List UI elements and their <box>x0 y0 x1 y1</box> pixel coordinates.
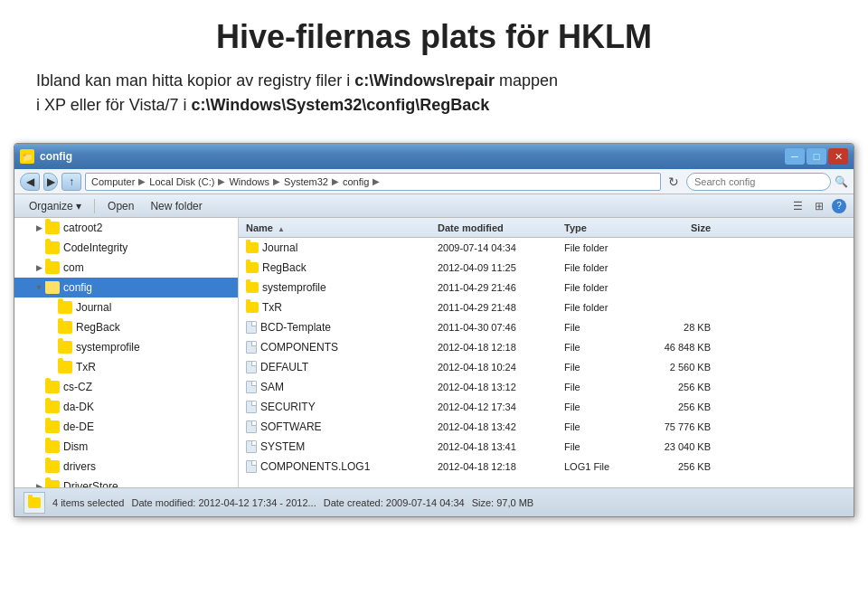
expand-icon[interactable]: ▶ <box>33 480 45 487</box>
forward-button[interactable]: ▶ <box>43 173 58 191</box>
file-date: 2012-04-12 17:34 <box>438 401 564 412</box>
expand-icon <box>45 361 58 373</box>
table-row[interactable]: systemprofile2011-04-29 21:46File folder <box>239 278 854 298</box>
table-row[interactable]: SOFTWARE2012-04-18 13:42File75 776 KB <box>239 417 854 437</box>
file-type: File folder <box>564 262 646 273</box>
tree-item-catroot2[interactable]: ▶catroot2 <box>14 218 238 238</box>
tree-item-dism[interactable]: Dism <box>14 437 238 457</box>
file-date: 2011-04-30 07:46 <box>438 322 564 333</box>
file-icon <box>246 440 257 453</box>
file-name-text: COMPONENTS <box>260 341 338 354</box>
file-date: 2012-04-18 13:42 <box>438 421 564 432</box>
tree-item-journal[interactable]: Journal <box>14 298 238 317</box>
file-size: 23 040 KB <box>646 441 718 452</box>
new-folder-button[interactable]: New folder <box>143 197 209 215</box>
tree-item-label: da-DK <box>63 401 94 413</box>
expand-icon <box>33 460 45 473</box>
expand-icon <box>33 440 45 453</box>
table-row[interactable]: COMPONENTS.LOG12012-04-18 12:18LOG1 File… <box>239 457 854 477</box>
tree-item-cs-cz[interactable]: cs-CZ <box>14 377 238 397</box>
file-icon <box>246 381 257 393</box>
tree-item-codeintegrity[interactable]: CodeIntegrity <box>14 238 238 258</box>
address-path[interactable]: Computer ▶ Local Disk (C:) ▶ Windows ▶ S… <box>85 173 661 191</box>
table-row[interactable]: SECURITY2012-04-12 17:34File256 KB <box>239 397 854 417</box>
up-button[interactable]: ↑ <box>61 173 81 191</box>
col-header-name[interactable]: Name ▲ <box>239 222 438 233</box>
table-row[interactable]: DEFAULT2012-04-18 10:24File2 560 KB <box>239 357 854 377</box>
toolbar-separator-1 <box>94 199 95 213</box>
folder-icon <box>45 380 60 394</box>
close-button[interactable]: ✕ <box>828 148 848 165</box>
tree-item-drivers[interactable]: drivers <box>14 457 238 477</box>
tree-item-txr[interactable]: TxR <box>14 357 238 377</box>
path-config: config <box>343 176 369 187</box>
explorer-window: 📁 config ─ □ ✕ ◀ ▶ ↑ Computer ▶ Local Di… <box>14 143 854 517</box>
folder-icon <box>58 340 72 354</box>
folder-icon <box>58 300 72 315</box>
path-computer: Computer <box>91 176 135 187</box>
table-row[interactable]: Journal2009-07-14 04:34File folder <box>239 238 854 258</box>
table-row[interactable]: SYSTEM2012-04-18 13:41File23 040 KB <box>239 437 854 457</box>
table-row[interactable]: BCD-Template2011-04-30 07:46File28 KB <box>239 317 854 337</box>
status-selected: 4 items selected <box>52 497 124 508</box>
file-name: BCD-Template <box>239 321 438 334</box>
folder-icon <box>45 221 60 235</box>
tree-item-driverstore[interactable]: ▶DriverStore <box>14 477 238 487</box>
file-date: 2011-04-29 21:48 <box>438 302 564 313</box>
folder-icon <box>45 420 60 434</box>
slide-body: Ibland kan man hitta kopior av registry … <box>36 69 832 118</box>
search-input[interactable] <box>686 173 831 191</box>
col-header-type[interactable]: Type <box>564 222 646 233</box>
expand-icon <box>33 381 45 393</box>
organize-button[interactable]: Organize ▾ <box>22 197 89 215</box>
slide-title: Hive-filernas plats för HKLM <box>36 18 832 56</box>
body-text-2: i XP eller för Vista/7 i <box>36 96 191 114</box>
refresh-button[interactable]: ↻ <box>665 173 683 191</box>
file-name: RegBack <box>239 261 438 274</box>
folder-icon <box>45 280 60 295</box>
folder-icon <box>58 360 72 374</box>
maximize-button[interactable]: □ <box>807 148 826 165</box>
expand-icon[interactable]: ▼ <box>33 281 45 294</box>
path-system32: System32 <box>284 176 328 187</box>
help-button[interactable]: ? <box>832 199 846 213</box>
status-bar: 4 items selected Date modified: 2012-04-… <box>14 487 854 516</box>
search-icon: 🔍 <box>835 175 848 188</box>
table-row[interactable]: TxR2011-04-29 21:48File folder <box>239 298 854 317</box>
open-button[interactable]: Open <box>100 197 141 215</box>
back-button[interactable]: ◀ <box>20 173 40 191</box>
file-name-text: TxR <box>262 301 282 314</box>
col-header-size[interactable]: Size <box>646 222 718 233</box>
address-bar: ◀ ▶ ↑ Computer ▶ Local Disk (C:) ▶ Windo… <box>14 169 854 194</box>
tree-item-systemprofile[interactable]: systemprofile <box>14 337 238 357</box>
body-text-1: Ibland kan man hitta kopior av registry … <box>36 71 354 90</box>
status-date-modified: Date modified: 2012-04-12 17:34 - 2012..… <box>131 497 316 508</box>
tree-item-regback[interactable]: RegBack <box>14 317 238 337</box>
minimize-button[interactable]: ─ <box>785 148 805 165</box>
toolbar: Organize ▾ Open New folder ☰ ⊞ ? <box>14 194 854 218</box>
file-size: 256 KB <box>646 401 718 412</box>
folder-icon <box>246 262 259 273</box>
expand-icon[interactable]: ▶ <box>33 261 45 274</box>
view-icons-button[interactable]: ⊞ <box>810 197 828 215</box>
table-row[interactable]: RegBack2012-04-09 11:25File folder <box>239 258 854 278</box>
folder-icon <box>58 320 72 335</box>
tree-item-config[interactable]: ▼config <box>14 278 238 298</box>
table-row[interactable]: SAM2012-04-18 13:12File256 KB <box>239 377 854 397</box>
col-header-date[interactable]: Date modified <box>438 222 564 233</box>
path-windows: Windows <box>229 176 269 187</box>
tree-item-label: RegBack <box>76 321 120 334</box>
file-type: File <box>564 441 646 452</box>
expand-icon <box>45 341 58 354</box>
expand-icon[interactable]: ▶ <box>33 222 45 234</box>
tree-item-da-dk[interactable]: da-DK <box>14 397 238 417</box>
tree-item-label: Dism <box>63 440 88 453</box>
view-details-button[interactable]: ☰ <box>788 197 807 215</box>
table-row[interactable]: COMPONENTS2012-04-18 12:18File46 848 KB <box>239 337 854 357</box>
title-bar-left: 📁 config <box>20 149 72 164</box>
body-text-1b: mappen <box>495 71 558 90</box>
file-icon <box>246 341 257 354</box>
folder-icon <box>45 400 60 414</box>
tree-item-de-de[interactable]: de-DE <box>14 417 238 437</box>
tree-item-com[interactable]: ▶com <box>14 258 238 278</box>
